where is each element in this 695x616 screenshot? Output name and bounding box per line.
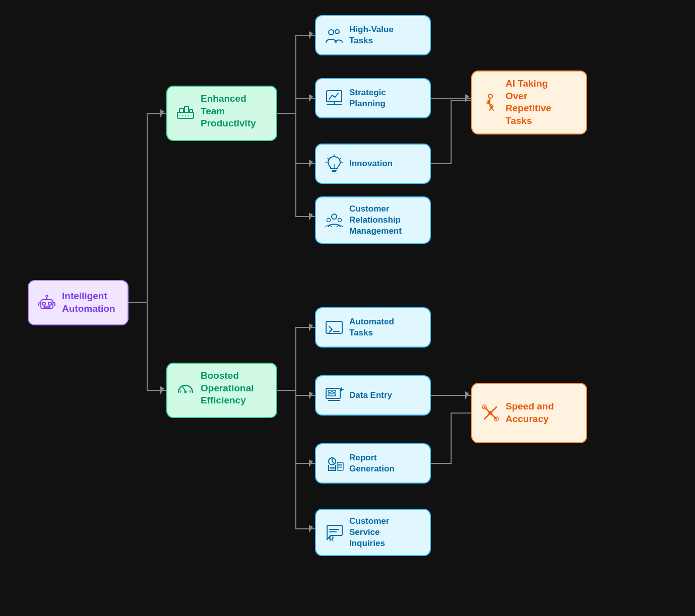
chat-support-icon	[324, 522, 344, 542]
lightbulb-icon	[324, 154, 344, 174]
crm-label: CustomerRelationshipManagement	[349, 203, 402, 237]
node-crm: CustomerRelationshipManagement	[315, 196, 431, 244]
svg-point-31	[329, 30, 334, 35]
node-aitr: AI TakingOverRepetitiveTasks	[471, 71, 587, 134]
svg-point-46	[338, 219, 342, 222]
node-boe: BoostedOperationalEfficiency	[166, 363, 277, 418]
de-label: Data Entry	[349, 390, 392, 401]
svg-marker-4	[309, 160, 313, 168]
svg-point-44	[332, 214, 337, 219]
sp-label: StrategicPlanning	[349, 87, 386, 109]
speedometer-icon	[175, 378, 196, 398]
node-at: AutomatedTasks	[315, 307, 431, 348]
diagram: Intelligent Automation EnhancedTeamProdu…	[0, 0, 695, 616]
svg-line-40	[328, 158, 329, 159]
svg-rect-25	[189, 109, 193, 112]
inn-label: Innovation	[349, 158, 393, 169]
hvt-label: High-ValueTasks	[349, 24, 394, 46]
svg-point-45	[327, 219, 331, 222]
svg-point-17	[46, 295, 48, 297]
svg-marker-8	[309, 391, 313, 399]
svg-marker-6	[465, 94, 469, 102]
svg-marker-1	[160, 386, 164, 394]
aitr-label: AI TakingOverRepetitiveTasks	[506, 78, 551, 127]
csi-label: CustomerServiceInquiries	[349, 516, 389, 549]
svg-marker-11	[465, 391, 469, 399]
svg-point-32	[335, 30, 339, 34]
svg-line-41	[340, 158, 341, 159]
svg-marker-0	[160, 109, 164, 117]
svg-marker-7	[309, 323, 313, 331]
lightning-icon	[480, 403, 500, 423]
report-icon	[324, 453, 344, 473]
svg-marker-3	[309, 94, 313, 102]
svg-point-13	[42, 302, 45, 305]
etp-label: EnhancedTeamProductivity	[201, 93, 256, 130]
svg-line-76	[491, 108, 493, 110]
root-label: Intelligent Automation	[62, 290, 119, 315]
svg-point-14	[48, 302, 51, 305]
at-label: AutomatedTasks	[349, 316, 394, 338]
svg-rect-50	[328, 390, 331, 392]
svg-marker-10	[309, 525, 313, 533]
svg-marker-9	[309, 459, 313, 467]
node-inn: Innovation	[315, 144, 431, 184]
node-root: Intelligent Automation	[28, 280, 129, 325]
svg-rect-61	[337, 462, 343, 470]
svg-marker-2	[309, 31, 313, 39]
robot-arm-icon	[480, 92, 500, 112]
crm-icon	[324, 210, 344, 230]
svg-marker-5	[309, 213, 313, 221]
svg-rect-23	[179, 108, 183, 112]
svg-rect-15	[44, 306, 50, 308]
svg-point-30	[184, 391, 187, 393]
svg-rect-52	[328, 394, 336, 396]
robot-icon	[37, 293, 57, 313]
svg-rect-51	[333, 390, 336, 392]
chart-icon	[324, 88, 344, 108]
boe-label: BoostedOperationalEfficiency	[201, 370, 254, 407]
node-etp: EnhancedTeamProductivity	[166, 86, 277, 141]
svg-line-60	[332, 461, 334, 463]
node-sp: StrategicPlanning	[315, 78, 431, 118]
factory-icon	[175, 101, 196, 121]
node-rg: ReportGeneration	[315, 443, 431, 484]
node-de: Data Entry	[315, 375, 431, 416]
node-csi: CustomerServiceInquiries	[315, 509, 431, 556]
data-entry-icon	[324, 385, 344, 405]
node-hvt: High-ValueTasks	[315, 15, 431, 55]
terminal-icon	[324, 317, 344, 337]
sa-label: Speed andAccuracy	[506, 400, 554, 425]
rg-label: ReportGeneration	[349, 452, 395, 474]
node-sa: Speed andAccuracy	[471, 383, 587, 443]
users-icon	[324, 25, 344, 45]
svg-rect-24	[184, 106, 188, 112]
svg-rect-49	[326, 388, 340, 398]
